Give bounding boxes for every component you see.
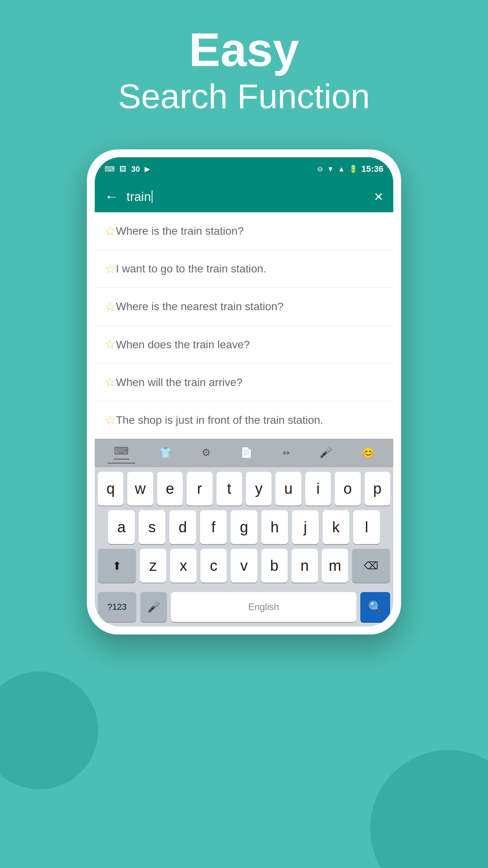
back-button[interactable]: ← — [105, 188, 119, 205]
backspace-key[interactable]: ⌫ — [352, 549, 390, 583]
image-status-icon: 🖼 — [119, 165, 127, 173]
toolbar-doc-btn[interactable]: 📄 — [234, 443, 259, 462]
search-query: train — [127, 189, 151, 204]
toolbar-emoji-btn[interactable]: 😊 — [356, 443, 380, 462]
key-y[interactable]: y — [246, 472, 272, 506]
mute-icon: ⊖ — [317, 165, 323, 173]
results-list: ☆ Where is the train station? ☆ I want t… — [95, 212, 393, 439]
result-text: Where is the nearest train station? — [116, 299, 383, 314]
list-item[interactable]: ☆ When will the train arrive? — [95, 364, 393, 401]
clear-button[interactable]: ✕ — [374, 190, 383, 204]
key-z[interactable]: z — [140, 549, 166, 583]
star-icon[interactable]: ☆ — [105, 224, 116, 239]
text-cursor — [152, 190, 152, 203]
key-c[interactable]: c — [200, 549, 227, 583]
key-f[interactable]: f — [200, 510, 227, 544]
header-section: Easy Search Function — [0, 24, 488, 117]
phone-outer: ⌨ 🖼 30 ▶ ⊖ ▼ ▲ 🔋 15:36 ← train — [87, 149, 401, 634]
key-m[interactable]: m — [322, 549, 348, 583]
key-p[interactable]: p — [365, 472, 390, 506]
notification-count: 30 — [131, 165, 140, 174]
key-o[interactable]: o — [335, 472, 360, 506]
status-right-icons: ⊖ ▼ ▲ 🔋 15:36 — [317, 164, 383, 174]
phone-inner: ⌨ 🖼 30 ▶ ⊖ ▼ ▲ 🔋 15:36 ← train — [95, 157, 393, 627]
key-q[interactable]: q — [98, 472, 123, 506]
key-b[interactable]: b — [261, 549, 288, 583]
microphone-icon: 🎤 — [319, 447, 332, 459]
key-g[interactable]: g — [231, 510, 257, 544]
keyboard: ⌨ 👕 ⚙ 📄 ⇔ 🎤 — [95, 439, 393, 627]
toolbar-shirt-btn[interactable]: 👕 — [153, 443, 178, 462]
emoji-icon: 😊 — [362, 447, 374, 459]
wifi-icon: ▼ — [327, 165, 334, 173]
star-icon[interactable]: ☆ — [105, 299, 116, 314]
toolbar-mic-btn[interactable]: 🎤 — [314, 443, 338, 462]
search-bar: ← train ✕ — [95, 181, 393, 212]
key-i[interactable]: i — [305, 472, 331, 506]
star-icon[interactable]: ☆ — [105, 261, 116, 276]
list-item[interactable]: ☆ Where is the train station? — [95, 212, 393, 250]
result-text: Where is the train station? — [116, 223, 383, 239]
list-item[interactable]: ☆ The shop is just in front of the train… — [95, 401, 393, 439]
key-row-2: a s d f g h j k l — [98, 510, 390, 544]
key-d[interactable]: d — [169, 510, 196, 544]
battery-icon: 🔋 — [349, 165, 358, 173]
header-subtitle: Search Function — [0, 75, 488, 117]
key-k[interactable]: k — [323, 510, 349, 544]
space-key[interactable]: English — [171, 592, 356, 622]
bg-decoration-circle — [370, 750, 488, 868]
mic-key[interactable]: 🎤 — [140, 592, 167, 622]
result-text: I want to go to the train station. — [116, 261, 383, 276]
key-row-1: q w e r t y u i o p — [98, 472, 390, 506]
key-h[interactable]: h — [261, 510, 288, 544]
toolbar-settings-btn[interactable]: ⚙ — [196, 443, 216, 462]
key-t[interactable]: t — [216, 472, 242, 506]
result-text: When does the train leave? — [116, 337, 383, 352]
gear-icon: ⚙ — [202, 447, 211, 459]
keyboard-icon: ⌨ — [114, 445, 129, 457]
key-x[interactable]: x — [170, 549, 196, 583]
result-text: The shop is just in front of the train s… — [116, 412, 383, 428]
key-j[interactable]: j — [292, 510, 319, 544]
key-r[interactable]: r — [187, 472, 212, 506]
list-item[interactable]: ☆ When does the train leave? — [95, 326, 393, 364]
key-e[interactable]: e — [157, 472, 183, 506]
document-icon: 📄 — [240, 447, 253, 459]
key-s[interactable]: s — [139, 510, 165, 544]
key-v[interactable]: v — [231, 549, 257, 583]
keyboard-status-icon: ⌨ — [105, 165, 115, 173]
symbols-key[interactable]: ?123 — [98, 592, 136, 622]
result-text: When will the train arrive? — [116, 375, 383, 390]
clock: 15:36 — [361, 164, 383, 174]
key-l[interactable]: l — [353, 510, 380, 544]
star-icon[interactable]: ☆ — [105, 375, 116, 390]
search-input[interactable]: train — [127, 189, 366, 204]
shift-key[interactable]: ⬆ — [98, 549, 136, 583]
toolbar-cursor-btn[interactable]: ⇔ — [277, 445, 295, 461]
keyboard-toolbar: ⌨ 👕 ⚙ 📄 ⇔ 🎤 — [95, 439, 393, 467]
play-status-icon: ▶ — [145, 165, 150, 173]
signal-icon: ▲ — [338, 165, 345, 173]
header-easy: Easy — [0, 24, 488, 75]
cursor-icon: ⇔ — [283, 448, 290, 458]
key-u[interactable]: u — [275, 472, 301, 506]
key-w[interactable]: w — [127, 472, 153, 506]
keyboard-bottom-row: ?123 🎤 English 🔍 — [95, 592, 393, 627]
key-row-3: ⬆ z x c v b n m ⌫ — [98, 549, 390, 583]
star-icon[interactable]: ☆ — [105, 337, 116, 352]
list-item[interactable]: ☆ I want to go to the train station. — [95, 250, 393, 288]
status-bar: ⌨ 🖼 30 ▶ ⊖ ▼ ▲ 🔋 15:36 — [95, 157, 393, 181]
shirt-icon: 👕 — [159, 447, 172, 459]
phone-mockup: ⌨ 🖼 30 ▶ ⊖ ▼ ▲ 🔋 15:36 ← train — [87, 149, 401, 634]
status-left-icons: ⌨ 🖼 30 ▶ — [105, 165, 150, 174]
search-key[interactable]: 🔍 — [360, 592, 390, 622]
toolbar-keyboard-btn[interactable]: ⌨ — [108, 442, 135, 463]
list-item[interactable]: ☆ Where is the nearest train station? — [95, 288, 393, 326]
key-a[interactable]: a — [108, 510, 135, 544]
bg-decoration-circle2 — [0, 671, 98, 789]
star-icon[interactable]: ☆ — [105, 413, 116, 428]
key-n[interactable]: n — [292, 549, 318, 583]
keyboard-rows: q w e r t y u i o p a s — [95, 467, 393, 592]
